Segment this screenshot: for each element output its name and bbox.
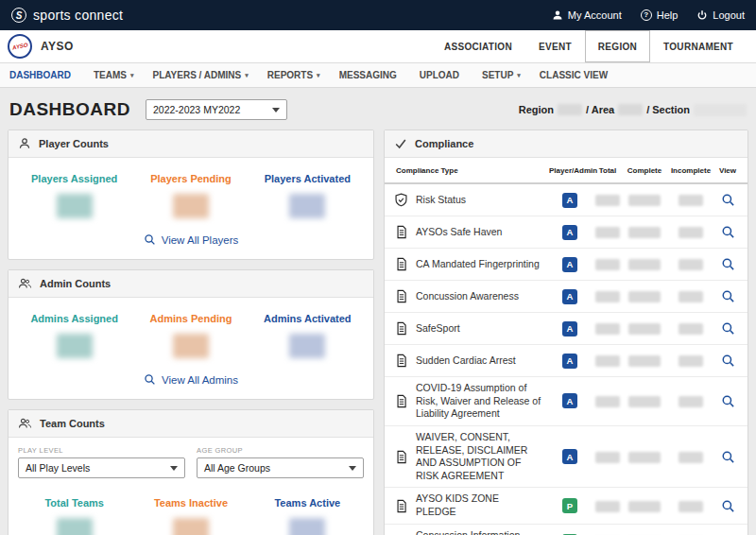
count-column: Teams Inactive xyxy=(132,497,249,535)
complete-value-redacted xyxy=(628,259,661,270)
content: Player Counts Players Assigned Players P… xyxy=(0,128,756,535)
view-detail-button[interactable] xyxy=(715,321,740,336)
nav-item[interactable]: SETUP ▾ xyxy=(482,70,521,80)
compliance-type-icon xyxy=(394,450,408,464)
brand[interactable]: S sports connect xyxy=(11,8,123,23)
compliance-title: Compliance xyxy=(415,138,473,149)
count-label: Admins Activated xyxy=(249,313,366,324)
count-value-redacted xyxy=(173,194,209,218)
player-admin-badge: A xyxy=(562,257,577,272)
incomplete-cell xyxy=(666,500,715,512)
player-admin-badge: A xyxy=(562,321,577,337)
document-icon xyxy=(395,450,408,464)
player-admin-badge: A xyxy=(562,193,577,208)
view-detail-button[interactable] xyxy=(715,289,740,303)
page-title: DASHBOARD xyxy=(9,99,130,120)
org-bar: AYSO AYSO ASSOCIATION EVENT REGION TOURN… xyxy=(0,30,756,63)
compliance-type-cell: Concussion Awareness xyxy=(394,289,547,303)
my-account-button[interactable]: My Account xyxy=(552,9,622,21)
total-value-redacted xyxy=(595,195,620,206)
complete-value-redacted xyxy=(628,396,661,407)
help-icon: ? xyxy=(641,9,652,21)
incomplete-cell xyxy=(666,451,715,463)
compliance-type-icon xyxy=(394,193,408,207)
complete-value-redacted xyxy=(628,195,661,206)
nav-item[interactable]: TEAMS ▾ xyxy=(94,70,134,80)
view-detail-button[interactable] xyxy=(715,499,740,513)
total-cell xyxy=(593,451,623,463)
nav-item[interactable]: UPLOAD xyxy=(420,70,463,80)
search-icon xyxy=(721,394,735,408)
section-value-redacted xyxy=(694,104,747,116)
nav-item[interactable]: DASHBOARD xyxy=(9,70,75,80)
player-admin-badge: P xyxy=(562,498,577,513)
org-tabs: ASSOCIATION EVENT REGION TOURNAMENT xyxy=(431,30,747,62)
table-row: AYSOs Safe Haven A xyxy=(385,216,747,249)
nav-item[interactable]: PLAYERS / ADMINS ▾ xyxy=(153,70,249,80)
view-detail-button[interactable] xyxy=(715,450,740,464)
incomplete-value-redacted xyxy=(679,501,703,512)
nav-item-label: PLAYERS / ADMINS xyxy=(153,70,242,80)
org-tab[interactable]: TOURNAMENT xyxy=(650,30,747,62)
view-all-admins-link[interactable]: View All Admins xyxy=(9,362,373,399)
view-detail-button[interactable] xyxy=(715,354,740,368)
org-tab[interactable]: ASSOCIATION xyxy=(431,30,525,62)
count-value-redacted xyxy=(289,194,325,218)
player-admin-badge: A xyxy=(562,393,577,408)
compliance-type-icon xyxy=(394,354,408,368)
region-label: Region xyxy=(519,104,554,115)
play-level-select[interactable]: All Play Levels xyxy=(18,457,185,478)
nav-item[interactable]: REPORTS ▾ xyxy=(267,70,320,80)
left-column: Player Counts Players Assigned Players P… xyxy=(8,129,374,535)
chevron-down-icon: ▾ xyxy=(517,72,521,79)
player-admin-badge: A xyxy=(562,354,577,369)
help-button[interactable]: ? Help xyxy=(641,9,679,21)
total-value-redacted xyxy=(595,396,620,407)
view-all-admins-label: View All Admins xyxy=(162,374,238,386)
org-tab[interactable]: REGION xyxy=(585,30,650,62)
season-select[interactable]: 2022-2023 MY2022 xyxy=(146,99,287,120)
logout-button[interactable]: Logout xyxy=(696,9,745,21)
search-icon xyxy=(721,257,735,271)
col-complete: Complete xyxy=(623,164,666,177)
search-icon xyxy=(144,233,156,246)
users-icon xyxy=(18,277,32,290)
view-detail-button[interactable] xyxy=(715,225,740,239)
area-label: / Area xyxy=(586,104,614,115)
view-detail-button[interactable] xyxy=(715,193,740,207)
count-label: Teams Active xyxy=(249,497,366,509)
compliance-table-header: Compliance Type Player/Admin Total Compl… xyxy=(385,158,747,184)
compliance-card: Compliance Compliance Type Player/Admin … xyxy=(384,129,748,535)
admin-counts-title: Admin Counts xyxy=(40,278,111,289)
table-row: AYSO KIDS ZONE PLEDGE P xyxy=(385,488,747,524)
age-group-select[interactable]: All Age Groups xyxy=(197,457,364,478)
org-tab[interactable]: EVENT xyxy=(525,30,585,62)
view-detail-button[interactable] xyxy=(715,394,740,408)
document-icon xyxy=(395,225,408,239)
incomplete-value-redacted xyxy=(679,355,703,367)
view-detail-button[interactable] xyxy=(715,257,740,271)
compliance-type-icon xyxy=(394,499,408,513)
search-icon xyxy=(721,499,735,513)
admin-counts-header: Admin Counts xyxy=(9,270,373,298)
compliance-type-name: COVID-19 Assumption of Risk, Waiver and … xyxy=(416,382,541,421)
player-counts-body: Players Assigned Players Pending Players… xyxy=(9,158,373,222)
compliance-type-cell: AYSO KIDS ZONE PLEDGE xyxy=(394,492,547,518)
compliance-type-cell: AYSOs Safe Haven xyxy=(394,225,547,239)
table-row: Risk Status A xyxy=(385,184,747,216)
compliance-type-cell: CA Mandated Fingerprinting xyxy=(394,257,547,271)
nav-item[interactable]: MESSAGING xyxy=(339,70,401,80)
total-value-redacted xyxy=(595,452,620,463)
view-all-players-link[interactable]: View All Players xyxy=(9,222,373,259)
compliance-table-body: Risk Status A xyxy=(385,184,747,535)
nav-item[interactable]: CLASSIC VIEW xyxy=(540,70,611,80)
total-cell xyxy=(593,226,623,238)
compliance-type-name: Risk Status xyxy=(416,194,466,207)
nav-item-label: CLASSIC VIEW xyxy=(540,70,608,80)
my-account-label: My Account xyxy=(568,9,622,21)
col-player-admin: Player/Admin xyxy=(547,164,593,177)
count-value-redacted xyxy=(173,518,209,535)
page-header: DASHBOARD 2022-2023 MY2022 Region / Area… xyxy=(0,88,756,128)
compliance-type-cell: SafeSport xyxy=(394,321,547,336)
complete-cell xyxy=(623,258,666,270)
